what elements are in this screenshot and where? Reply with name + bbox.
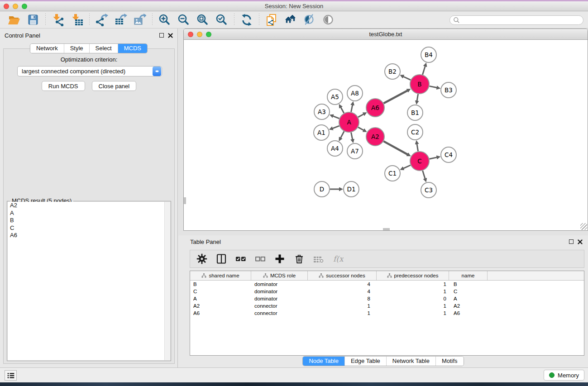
node-B2[interactable]: B2 [385, 64, 400, 79]
hide-selected-button[interactable] [300, 13, 319, 27]
import-table-button[interactable] [67, 13, 86, 27]
table-tab-motifs[interactable]: Motifs [435, 357, 464, 366]
table-cell[interactable]: B [190, 281, 251, 287]
network-window-titlebar[interactable]: testGlobe.txt [184, 29, 588, 40]
deselect-all-button[interactable] [254, 253, 266, 265]
table-cell[interactable]: C [190, 289, 251, 294]
close-panel-button[interactable]: Close panel [92, 81, 137, 91]
network-canvas[interactable]: B4B2BB3A8A5A6A3B1AA1C2A2A4A7C4CC1C3DD1 [184, 40, 588, 230]
network-view-window[interactable]: testGlobe.txt B4B2BB3A8A5A6A3B1AA1C2A2A4… [183, 29, 588, 231]
zoom-selected-button[interactable] [212, 13, 231, 27]
add-column-button[interactable] [274, 253, 286, 265]
edge-A-A2[interactable] [358, 127, 364, 130]
edge-B-B2[interactable] [403, 76, 411, 80]
edge-A-A1[interactable] [332, 126, 339, 129]
node-A4[interactable]: A4 [327, 141, 343, 156]
edge-C-C4[interactable] [430, 157, 437, 159]
edge-A2-C[interactable] [383, 141, 407, 154]
first-neighbors-button[interactable] [281, 13, 300, 27]
gear-button[interactable] [196, 253, 208, 265]
node-B1[interactable]: B1 [407, 105, 423, 120]
table-cell[interactable]: connector [251, 310, 308, 316]
zoom-out-button[interactable] [174, 13, 193, 27]
table-float-panel-icon[interactable] [569, 239, 574, 244]
export-table-button[interactable] [111, 13, 130, 27]
node-B4[interactable]: B4 [421, 47, 436, 62]
tab-select[interactable]: Select [89, 44, 118, 53]
mcds-result-item[interactable]: B [8, 217, 170, 224]
export-network-button[interactable] [92, 13, 111, 27]
window-resize-grip[interactable] [580, 223, 587, 230]
node-A8[interactable]: A8 [347, 86, 363, 101]
tab-network[interactable]: Network [30, 44, 64, 53]
show-graphics-details-button[interactable] [319, 13, 338, 27]
edge-A-A5[interactable] [341, 107, 344, 113]
column-header-successor-nodes[interactable]: successor nodes [308, 271, 377, 280]
edge-C-C1[interactable] [403, 165, 411, 168]
table-cell[interactable]: 1 [308, 310, 377, 316]
node-C1[interactable]: C1 [385, 166, 400, 181]
task-history-button[interactable] [5, 370, 17, 381]
result-list-scrollbar[interactable] [164, 202, 170, 360]
memory-button[interactable]: Memory [544, 370, 584, 381]
network-graph[interactable]: B4B2BB3A8A5A6A3B1AA1C2A2A4A7C4CC1C3DD1 [184, 40, 588, 230]
node-D1[interactable]: D1 [344, 181, 359, 197]
open-session-button[interactable] [5, 13, 24, 27]
node-A7[interactable]: A7 [347, 143, 363, 159]
table-cell[interactable]: A6 [190, 310, 251, 316]
table-row[interactable]: A2connector11A2 [190, 302, 584, 310]
mcds-result-list[interactable]: A2ABCA6 [8, 202, 170, 360]
table-cell[interactable]: A [190, 296, 251, 301]
node-A5[interactable]: A5 [327, 89, 343, 105]
column-header-MCDS-role[interactable]: MCDS role [251, 271, 308, 280]
table-cell[interactable]: connector [251, 303, 308, 309]
optimization-criterion-dropdown[interactable]: largest connected component (directed) [17, 66, 162, 76]
table-cell[interactable]: A2 [449, 303, 488, 309]
table-row[interactable]: Cdominator41C [190, 288, 584, 295]
edge-A-A7[interactable] [351, 133, 353, 140]
table-cell[interactable]: 1 [377, 281, 449, 287]
table-cell[interactable]: 1 [377, 310, 449, 316]
column-header-shared-name[interactable]: shared name [190, 271, 251, 280]
table-cell[interactable]: 4 [308, 289, 377, 294]
table-cell[interactable]: 1 [308, 303, 377, 309]
table-cell[interactable]: A6 [449, 310, 488, 316]
zoom-in-button[interactable] [155, 13, 174, 27]
edge-A-A6[interactable] [358, 114, 364, 117]
export-image-button[interactable] [130, 13, 149, 27]
column-header-name[interactable]: name [449, 271, 488, 280]
tab-style[interactable]: Style [64, 44, 89, 53]
table-cell[interactable]: C [449, 289, 488, 294]
mcds-result-item[interactable]: C [8, 224, 170, 232]
open-network-file-button[interactable] [262, 13, 281, 27]
table-cell[interactable]: dominator [251, 289, 308, 294]
search-box[interactable] [449, 15, 583, 25]
table-tab-network-table[interactable]: Network Table [386, 357, 435, 366]
tab-mcds[interactable]: MCDS [118, 44, 147, 53]
table-cell[interactable]: 4 [308, 281, 377, 287]
table-cell[interactable]: 0 [377, 296, 449, 301]
float-panel-icon[interactable] [159, 33, 164, 38]
refresh-button[interactable] [237, 13, 256, 27]
mcds-result-item[interactable]: A6 [8, 232, 170, 239]
table-row[interactable]: Adominator80A [190, 295, 584, 302]
mcds-result-item[interactable]: A [8, 210, 170, 217]
edge-A-A3[interactable] [333, 116, 339, 119]
table-cell[interactable]: 8 [308, 296, 377, 301]
node-A1[interactable]: A1 [314, 125, 329, 140]
node-C2[interactable]: C2 [407, 124, 423, 140]
table-row[interactable]: Bdominator41B [190, 281, 584, 288]
column-header-predecessor-nodes[interactable]: predecessor nodes [377, 271, 449, 280]
main-titlebar[interactable]: Session: New Session [0, 1, 588, 11]
delete-column-button[interactable] [293, 253, 305, 265]
select-all-button[interactable] [235, 253, 247, 265]
table-tab-node-table[interactable]: Node Table [303, 357, 344, 366]
node-D[interactable]: D [314, 181, 330, 197]
table-row[interactable]: A6connector11A6 [190, 310, 584, 317]
canvas-horizontal-scroll-mark[interactable] [383, 228, 390, 230]
table-close-panel-icon[interactable] [578, 239, 583, 244]
search-input[interactable] [460, 17, 580, 23]
table-cell[interactable]: dominator [251, 281, 308, 287]
node-C3[interactable]: C3 [421, 182, 436, 198]
close-panel-icon[interactable] [168, 33, 173, 38]
